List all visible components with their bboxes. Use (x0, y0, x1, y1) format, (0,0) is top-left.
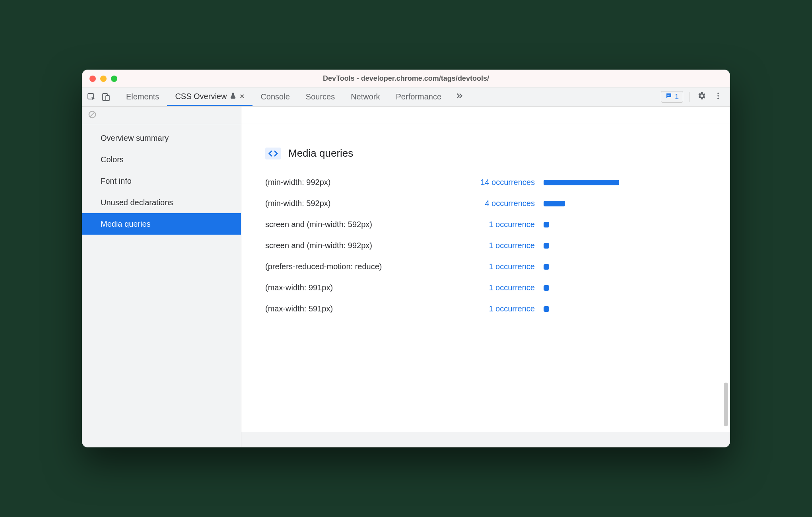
svg-point-6 (717, 95, 719, 97)
media-query-text: (prefers-reduced-motion: reduce) (265, 262, 460, 271)
tab-label: Elements (126, 92, 159, 101)
media-query-row: (max-width: 591px)1 occurrence (265, 304, 706, 313)
close-window-button[interactable] (89, 76, 96, 82)
occurrence-bar (544, 180, 619, 185)
drawer-footer (241, 432, 730, 447)
occurrence-link[interactable]: 4 occurrences (460, 199, 544, 208)
sidebar-items: Overview summary Colors Font info Unused… (82, 124, 241, 235)
device-toggle-icon[interactable] (101, 92, 111, 102)
sidebar-item-label: Font info (101, 177, 132, 186)
svg-rect-2 (106, 95, 109, 101)
svg-rect-4 (667, 95, 669, 96)
sidebar-item-overview-summary[interactable]: Overview summary (82, 127, 241, 149)
sidebar-item-font-info[interactable]: Font info (82, 170, 241, 192)
maximize-window-button[interactable] (111, 76, 117, 82)
devtools-window: DevTools - developer.chrome.com/tags/dev… (82, 70, 730, 447)
sidebar-item-label: Overview summary (101, 134, 169, 143)
media-query-row: (prefers-reduced-motion: reduce)1 occurr… (265, 262, 706, 271)
clear-overview-button[interactable] (88, 110, 97, 121)
occurrence-link[interactable]: 14 occurrences (460, 178, 544, 187)
sidebar-item-label: Unused declarations (101, 198, 173, 207)
tab-sources[interactable]: Sources (298, 87, 343, 106)
close-tab-button[interactable]: ✕ (239, 93, 245, 100)
issues-button[interactable]: 1 (661, 91, 683, 103)
occurrence-link[interactable]: 1 occurrence (460, 304, 544, 313)
chevrons-right-icon (455, 91, 464, 102)
gear-icon (697, 91, 706, 103)
inspect-element-icon[interactable] (86, 92, 97, 102)
section-header: Media queries (265, 147, 706, 159)
occurrence-bar (544, 285, 549, 291)
tab-label: Sources (306, 92, 335, 101)
tab-label: Network (351, 92, 380, 101)
more-vertical-icon (714, 91, 723, 102)
sidebar-item-colors[interactable]: Colors (82, 149, 241, 170)
issues-count: 1 (675, 93, 679, 101)
media-query-row: (min-width: 992px)14 occurrences (265, 178, 706, 187)
media-query-row: screen and (min-width: 992px)1 occurrenc… (265, 241, 706, 250)
media-queries-icon (265, 148, 281, 159)
occurrence-link[interactable]: 1 occurrence (460, 283, 544, 292)
minimize-window-button[interactable] (100, 76, 107, 82)
titlebar: DevTools - developer.chrome.com/tags/dev… (82, 70, 730, 87)
main-toolbar (241, 107, 730, 124)
occurrence-link[interactable]: 1 occurrence (460, 241, 544, 250)
media-query-text: screen and (min-width: 992px) (265, 241, 460, 250)
more-menu-button[interactable] (713, 92, 723, 102)
scrollbar-thumb[interactable] (724, 383, 728, 426)
message-icon (665, 92, 672, 101)
media-query-text: (max-width: 591px) (265, 304, 460, 313)
media-query-text: screen and (min-width: 592px) (265, 220, 460, 229)
tab-performance[interactable]: Performance (388, 87, 450, 106)
media-query-row: (min-width: 592px)4 occurrences (265, 199, 706, 208)
content: Media queries (min-width: 992px)14 occur… (241, 124, 730, 432)
occurrence-bar (544, 264, 549, 270)
occurrence-bar (544, 306, 549, 312)
sidebar-toolbar (82, 107, 241, 124)
flask-icon (230, 92, 236, 101)
tab-css-overview[interactable]: CSS Overview ✕ (167, 87, 253, 106)
media-query-row: screen and (min-width: 592px)1 occurrenc… (265, 220, 706, 229)
devtools-tabs: Elements CSS Overview ✕ Console Sources … (118, 87, 469, 106)
sidebar-item-unused-declarations[interactable]: Unused declarations (82, 192, 241, 213)
svg-point-7 (717, 98, 719, 99)
media-query-text: (min-width: 592px) (265, 199, 460, 208)
divider (690, 92, 690, 102)
tab-label: CSS Overview (175, 92, 227, 101)
media-query-row: (max-width: 991px)1 occurrence (265, 283, 706, 292)
occurrence-bar-wrap (544, 285, 706, 291)
occurrence-bar (544, 222, 549, 227)
occurrence-bar-wrap (544, 264, 706, 270)
tab-label: Performance (396, 92, 442, 101)
sidebar-item-label: Colors (101, 155, 124, 164)
sidebar-item-media-queries[interactable]: Media queries (82, 213, 241, 235)
media-query-text: (min-width: 992px) (265, 178, 460, 187)
panel-body: Overview summary Colors Font info Unused… (82, 107, 730, 447)
section-title: Media queries (288, 147, 353, 159)
occurrence-bar-wrap (544, 306, 706, 312)
occurrence-link[interactable]: 1 occurrence (460, 262, 544, 271)
cancel-icon (88, 113, 97, 120)
main-panel: Media queries (min-width: 992px)14 occur… (241, 107, 730, 447)
media-query-text: (max-width: 991px) (265, 283, 460, 292)
svg-point-5 (717, 93, 719, 94)
window-title: DevTools - developer.chrome.com/tags/dev… (82, 74, 730, 83)
traffic-lights (89, 76, 117, 82)
occurrence-bar-wrap (544, 243, 706, 249)
settings-button[interactable] (696, 92, 707, 102)
sidebar-item-label: Media queries (101, 220, 151, 229)
occurrence-bar (544, 201, 565, 206)
svg-line-9 (90, 112, 95, 117)
media-query-list: (min-width: 992px)14 occurrences(min-wid… (265, 178, 706, 313)
more-tabs-button[interactable] (449, 87, 469, 106)
occurrence-bar-wrap (544, 201, 706, 206)
tab-console[interactable]: Console (253, 87, 297, 106)
occurrence-bar-wrap (544, 222, 706, 227)
occurrence-bar (544, 243, 549, 249)
tab-elements[interactable]: Elements (118, 87, 167, 106)
occurrence-bar-wrap (544, 180, 706, 185)
occurrence-link[interactable]: 1 occurrence (460, 220, 544, 229)
svg-rect-3 (667, 95, 670, 95)
sidebar: Overview summary Colors Font info Unused… (82, 107, 241, 447)
tab-network[interactable]: Network (343, 87, 388, 106)
